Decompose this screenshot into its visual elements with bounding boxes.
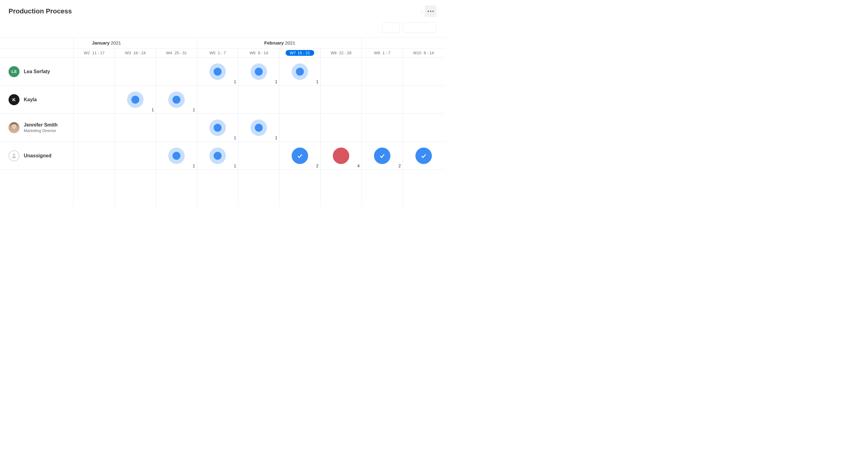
workload-cell[interactable]: 1 [238, 114, 279, 142]
workload-cell[interactable]: 1 [156, 86, 197, 113]
workload-cell [115, 114, 156, 142]
current-week-pill: W715 - 21 [286, 50, 314, 56]
side-week-spacer [0, 49, 74, 57]
workload-cell [238, 142, 279, 170]
person-row: KKayla11 [0, 86, 445, 114]
workload-cell [74, 114, 115, 142]
header-actions: ; [421, 5, 436, 17]
workload-cell [362, 58, 403, 85]
side-header-spacer [0, 37, 74, 48]
week-header-w5[interactable]: W51 - 7 [197, 49, 238, 57]
workload-cell [115, 58, 156, 85]
workload-cell [321, 114, 362, 142]
week-header-w9[interactable]: W91 - 7 [362, 49, 403, 57]
person-cell[interactable]: Unassigned [0, 142, 74, 170]
more-horizontal-icon [427, 10, 434, 12]
status-dot-inprogress-icon [292, 63, 308, 80]
workload-cell[interactable]: 1 [197, 142, 238, 170]
status-dot-inprogress-icon [168, 91, 185, 108]
month-header-next [362, 37, 445, 48]
workload-cell[interactable]: 1 [197, 114, 238, 142]
workload-cell[interactable]: 1 [197, 58, 238, 85]
status-dot-inprogress-icon [209, 148, 226, 164]
workload-cell [403, 114, 444, 142]
workload-board: January 2021 February 2021 W211 - 17W318… [0, 37, 445, 206]
workload-cell [156, 114, 197, 142]
workload-cell [279, 114, 321, 142]
person-name: Jennifer Smith [24, 122, 58, 128]
person-name: Kayla [24, 97, 37, 102]
cell-count: 1 [275, 136, 277, 140]
avatar-initials: K [8, 94, 20, 105]
person-name: Unassigned [24, 153, 52, 158]
cell-count: 1 [234, 136, 236, 140]
person-cell[interactable]: KKayla [0, 86, 74, 113]
cell-count: 2 [398, 164, 401, 168]
status-dot-done-icon [374, 148, 391, 164]
status-dot-inprogress-icon [209, 120, 226, 136]
person-row: Jennifer SmithMarketing Director11 [0, 114, 445, 142]
workload-cell [74, 142, 115, 170]
week-header-row: W211 - 17W318 - 24W425 - 31W51 - 7W68 - … [0, 49, 445, 58]
cell-count: 1 [193, 107, 195, 112]
workload-cell [197, 86, 238, 113]
workload-cell [321, 58, 362, 85]
week-header-w8[interactable]: W822 - 28 [321, 49, 362, 57]
svg-point-3 [13, 154, 15, 156]
week-header-w2[interactable]: W211 - 17 [74, 49, 115, 57]
avatar-photo [8, 122, 20, 133]
status-dot-inprogress-icon [209, 63, 226, 80]
workload-cell [362, 114, 403, 142]
svg-point-1 [430, 11, 431, 12]
workload-cell[interactable] [403, 142, 444, 170]
month-header-row: January 2021 February 2021 [0, 37, 445, 49]
svg-point-0 [428, 11, 429, 12]
workload-cell[interactable]: 4 [321, 142, 362, 170]
status-dot-inprogress-icon [250, 63, 267, 80]
cell-count: 4 [357, 164, 360, 168]
status-dot-inprogress-icon [127, 91, 144, 108]
workload-cell [362, 86, 403, 113]
toolbar-button-a[interactable] [382, 23, 400, 33]
month-header-february: February 2021 [197, 37, 362, 48]
status-dot-done-icon [415, 148, 432, 164]
status-dot-done-icon [292, 148, 308, 164]
workload-cell[interactable]: 1 [115, 86, 156, 113]
cell-count: 2 [316, 164, 318, 168]
toolbar-button-b[interactable] [403, 23, 436, 33]
person-row: Unassigned11242 [0, 142, 445, 170]
week-header-w10[interactable]: W108 - 14 [403, 49, 444, 57]
week-header-w6[interactable]: W68 - 14 [238, 49, 279, 57]
cell-count: 1 [234, 79, 236, 84]
week-header-w4[interactable]: W425 - 31 [156, 49, 197, 57]
week-header-w3[interactable]: W318 - 24 [115, 49, 156, 57]
cell-count: 1 [275, 79, 277, 84]
workload-cell [115, 142, 156, 170]
workload-cell[interactable]: 1 [279, 58, 321, 85]
workload-cell[interactable]: 2 [279, 142, 321, 170]
cell-count: 1 [316, 79, 318, 84]
workload-cell[interactable]: 1 [238, 58, 279, 85]
more-options-button[interactable] [425, 5, 436, 17]
page-title: Production Process [8, 7, 72, 15]
cell-count: 1 [193, 164, 195, 168]
week-header-w7[interactable]: W715 - 21 [279, 49, 321, 57]
avatar-unassigned-icon [8, 150, 20, 161]
header-divider: ; [421, 8, 423, 14]
spacer-row [0, 170, 445, 206]
workload-cell [403, 58, 444, 85]
workload-cell [74, 86, 115, 113]
header: Production Process ; [0, 0, 445, 20]
status-dot-overdue-icon [333, 148, 349, 164]
toolbar [0, 20, 445, 37]
month-header-january: January 2021 [74, 37, 197, 48]
workload-cell[interactable]: 1 [156, 142, 197, 170]
workload-cell [156, 58, 197, 85]
workload-cell [321, 86, 362, 113]
workload-cell[interactable]: 2 [362, 142, 403, 170]
person-cell[interactable]: LSLea Serfaty [0, 58, 74, 85]
workload-cell [403, 86, 444, 113]
avatar-initials: LS [8, 66, 20, 77]
status-dot-inprogress-icon [250, 120, 267, 136]
person-cell[interactable]: Jennifer SmithMarketing Director [0, 114, 74, 142]
